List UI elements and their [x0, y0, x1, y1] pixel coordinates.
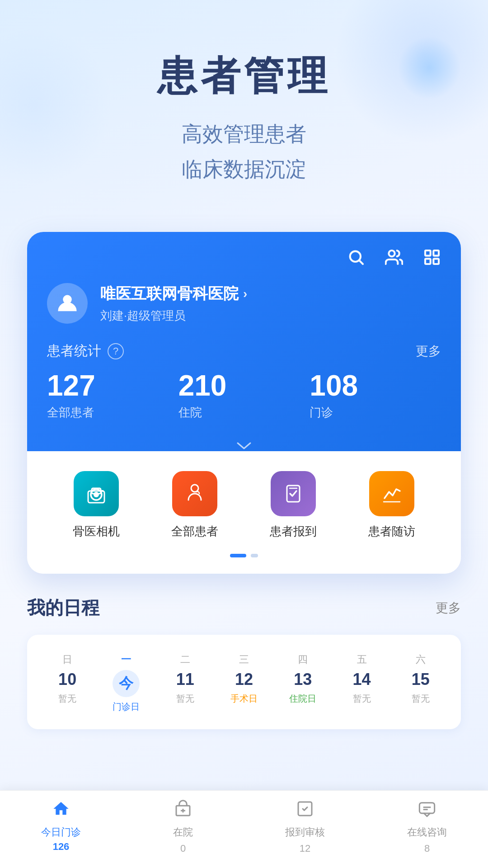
cal-day-sun[interactable]: 日 10 暂无 [38, 647, 97, 718]
svg-rect-4 [433, 250, 439, 256]
action-checkin[interactable]: 患者报到 [270, 471, 317, 539]
svg-rect-6 [433, 259, 439, 264]
day-num-thu: 13 [294, 670, 312, 689]
camera-label: 骨医相机 [73, 524, 120, 539]
outpatient-label: 门诊 [310, 405, 441, 420]
day-num-sun: 10 [58, 670, 76, 689]
nav-consultation-badge: 8 [424, 843, 430, 854]
total-label: 全部患者 [47, 405, 178, 420]
cal-day-sat[interactable]: 六 15 暂无 [391, 647, 450, 718]
day-name-sun: 日 [62, 653, 72, 666]
day-label-wed: 手术日 [230, 693, 258, 705]
total-count: 127 [47, 371, 178, 400]
nav-today-outpatient[interactable]: 今日门诊 126 [25, 800, 97, 854]
card-body: 骨医相机 全部患者 [27, 451, 461, 574]
followup-label: 患者随访 [368, 524, 415, 539]
hero-subtitle-line1: 高效管理患者 [27, 116, 461, 151]
search-icon[interactable] [347, 248, 365, 270]
help-icon[interactable]: ? [108, 343, 124, 359]
nav-consultation-label: 在线咨询 [407, 826, 447, 839]
day-name-tue: 二 [180, 653, 190, 666]
day-label-sat: 暂无 [412, 693, 430, 705]
day-label-thu: 住院日 [289, 693, 316, 705]
inpatient-icon [174, 800, 192, 822]
day-name-fri: 五 [357, 653, 367, 666]
cal-day-tue[interactable]: 二 11 暂无 [156, 647, 215, 718]
svg-point-9 [94, 492, 99, 497]
svg-point-13 [191, 485, 198, 492]
checkin-icon-bg [271, 471, 316, 516]
nav-checkin-audit[interactable]: 报到审核 12 [269, 800, 341, 854]
stat-outpatient[interactable]: 108 门诊 [310, 371, 441, 420]
cal-day-fri[interactable]: 五 14 暂无 [332, 647, 391, 718]
action-followup[interactable]: 患者随访 [368, 471, 415, 539]
contacts-icon[interactable] [385, 248, 403, 270]
svg-rect-20 [419, 803, 434, 813]
outpatient-count: 108 [310, 371, 441, 400]
nav-inpatient[interactable]: 在院 0 [147, 800, 219, 854]
day-num-tue: 11 [176, 670, 194, 689]
calendar-row: 日 10 暂无 一 今 门诊日 二 11 暂无 三 12 手术日 四 13 住院… [27, 635, 461, 729]
profile-info: 唯医互联网骨科医院 › 刘建·超级管理员 [100, 283, 247, 324]
all-patients-icon-bg [172, 471, 217, 516]
top-icons [47, 248, 441, 270]
hero-subtitle: 高效管理患者 临床数据沉淀 [27, 116, 461, 187]
action-camera[interactable]: 骨医相机 [73, 471, 120, 539]
svg-rect-3 [425, 250, 431, 256]
consultation-icon [418, 800, 436, 822]
card-header: 唯医互联网骨科医院 › 刘建·超级管理员 患者统计 ? 更多 127 全部患者 [27, 232, 461, 451]
day-label-sun: 暂无 [58, 693, 76, 705]
nav-today-outpatient-badge: 126 [53, 841, 70, 853]
nav-consultation[interactable]: 在线咨询 8 [391, 800, 463, 854]
checkin-audit-icon [296, 800, 314, 822]
day-num-fri: 14 [353, 670, 371, 689]
followup-icon-bg [369, 471, 414, 516]
dot-1 [230, 554, 246, 557]
day-label-tue: 暂无 [176, 693, 194, 705]
chevron-right-icon: › [243, 287, 247, 301]
inpatient-label: 住院 [178, 405, 310, 420]
cal-day-mon[interactable]: 一 今 门诊日 [97, 647, 155, 718]
svg-rect-5 [425, 259, 431, 264]
stat-total[interactable]: 127 全部患者 [47, 371, 178, 420]
day-name-sat: 六 [416, 653, 426, 666]
profile-row: 唯医互联网骨科医院 › 刘建·超级管理员 [47, 283, 441, 324]
camera-icon-bg [74, 471, 119, 516]
avatar [47, 283, 88, 324]
schedule-title: 我的日程 [27, 595, 99, 620]
inpatient-count: 210 [178, 371, 310, 400]
svg-point-2 [389, 250, 394, 256]
dot-2 [251, 554, 258, 557]
grid-icon[interactable] [423, 248, 441, 270]
home-icon [52, 800, 70, 822]
schedule-more[interactable]: 更多 [436, 599, 461, 617]
day-label-fri: 暂无 [353, 693, 371, 705]
hospital-name[interactable]: 唯医互联网骨科医院 › [100, 283, 247, 304]
cal-day-wed[interactable]: 三 12 手术日 [215, 647, 273, 718]
hero-subtitle-line2: 临床数据沉淀 [27, 151, 461, 187]
page-dots [47, 554, 441, 557]
nav-checkin-audit-badge: 12 [300, 843, 310, 854]
action-all-patients[interactable]: 全部患者 [171, 471, 218, 539]
nav-inpatient-badge: 0 [180, 843, 186, 854]
schedule-section: 我的日程 更多 日 10 暂无 一 今 门诊日 二 11 暂无 三 12 手术日 [27, 595, 461, 729]
stats-section: 患者统计 ? 更多 127 全部患者 210 住院 108 门诊 [47, 342, 441, 451]
schedule-header: 我的日程 更多 [27, 595, 461, 620]
cal-day-thu[interactable]: 四 13 住院日 [273, 647, 332, 718]
page-title: 患者管理 [27, 54, 461, 98]
all-patients-label: 全部患者 [171, 524, 218, 539]
stats-more-button[interactable]: 更多 [416, 343, 441, 360]
hero-section: 患者管理 高效管理患者 临床数据沉淀 [0, 0, 488, 214]
stats-title: 患者统计 ? [47, 342, 124, 360]
stats-header: 患者统计 ? 更多 [47, 342, 441, 360]
main-card: 唯医互联网骨科医院 › 刘建·超级管理员 患者统计 ? 更多 127 全部患者 [27, 232, 461, 574]
nav-today-outpatient-label: 今日门诊 [41, 826, 81, 839]
day-name-thu: 四 [298, 653, 308, 666]
bottom-nav: 今日门诊 126 在院 0 报到审核 12 [0, 790, 488, 868]
day-name-wed: 三 [239, 653, 249, 666]
quick-actions: 骨医相机 全部患者 [47, 471, 441, 539]
svg-line-1 [360, 261, 363, 264]
day-name-mon: 一 [121, 653, 131, 666]
expand-button[interactable] [47, 434, 441, 451]
stat-inpatient[interactable]: 210 住院 [178, 371, 310, 420]
